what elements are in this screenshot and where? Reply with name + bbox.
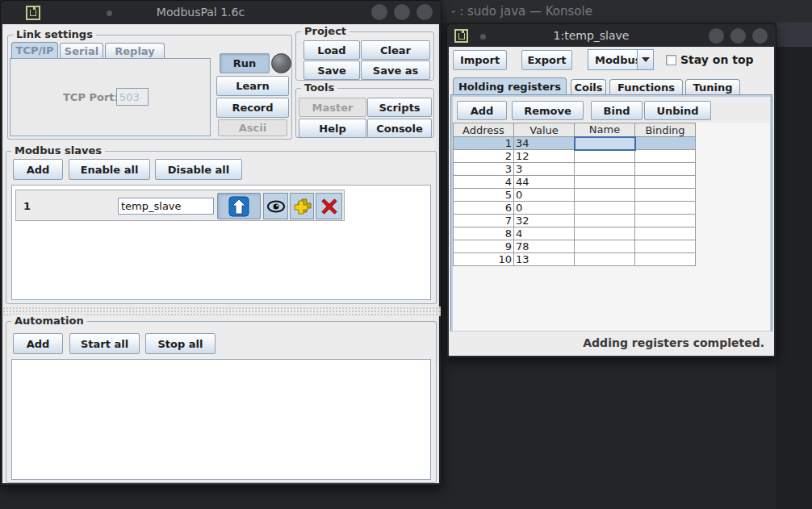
close-button[interactable] — [752, 28, 768, 44]
delete-slave-button[interactable] — [316, 193, 342, 219]
slave-name-input[interactable] — [118, 198, 214, 215]
cell-address[interactable]: 10 — [454, 253, 514, 266]
table-row[interactable]: 444 — [454, 176, 696, 189]
cell-name[interactable] — [575, 176, 635, 189]
stop-all-button[interactable]: Stop all — [145, 333, 216, 354]
minimize-button[interactable] — [371, 4, 387, 20]
cell-address[interactable]: 4 — [454, 176, 514, 189]
load-button[interactable]: Load — [303, 40, 360, 60]
col-name[interactable]: Name — [575, 123, 635, 137]
cell-name[interactable] — [575, 227, 635, 240]
cell-binding[interactable] — [635, 176, 696, 189]
start-all-button[interactable]: Start all — [69, 333, 140, 354]
cell-value[interactable]: 0 — [514, 202, 575, 215]
tab-functions[interactable]: Functions — [609, 79, 683, 94]
tab-holding-registers[interactable]: Holding registers — [453, 77, 567, 94]
col-binding[interactable]: Binding — [635, 123, 696, 137]
duplicate-slave-button[interactable] — [290, 193, 314, 219]
enable-all-button[interactable]: Enable all — [69, 159, 150, 180]
cell-binding[interactable] — [635, 202, 696, 215]
cell-address[interactable]: 9 — [454, 240, 514, 253]
cell-address[interactable]: 2 — [454, 150, 514, 163]
stay-visible-button[interactable] — [263, 193, 288, 219]
bind-button[interactable]: Bind — [591, 101, 642, 120]
save-button[interactable]: Save — [303, 60, 360, 80]
cell-address[interactable]: 8 — [454, 227, 514, 240]
cell-value[interactable]: 4 — [514, 227, 575, 240]
table-row[interactable]: 33 — [454, 163, 696, 176]
slave-add-button[interactable]: Add — [13, 159, 63, 180]
close-button[interactable] — [416, 4, 433, 20]
run-button[interactable]: Run — [220, 53, 270, 73]
register-add-button[interactable]: Add — [457, 101, 507, 120]
cell-binding[interactable] — [635, 189, 696, 202]
maximize-button[interactable] — [394, 4, 410, 20]
cell-value[interactable]: 32 — [514, 215, 575, 227]
cell-value[interactable]: 12 — [514, 150, 575, 163]
modbuspal-titlebar[interactable]: ModbusPal 1.6c — [1, 1, 441, 24]
cell-address[interactable]: 3 — [454, 163, 514, 176]
cell-binding[interactable] — [635, 215, 696, 227]
combobox-arrow-button[interactable] — [637, 49, 654, 70]
tab-coils[interactable]: Coils — [571, 79, 606, 94]
cell-address[interactable]: 6 — [454, 202, 514, 215]
record-button[interactable]: Record — [216, 98, 289, 118]
slave-titlebar[interactable]: 1:temp_slave — [447, 24, 776, 47]
slave-enable-toggle[interactable] — [217, 193, 261, 219]
cell-value[interactable]: 44 — [514, 176, 575, 189]
cell-name[interactable] — [575, 202, 635, 215]
cell-binding[interactable] — [635, 253, 696, 266]
import-button[interactable]: Import — [453, 50, 507, 70]
table-row[interactable]: 60 — [454, 202, 696, 215]
mode-combobox[interactable]: Modbus — [588, 49, 654, 70]
tab-replay[interactable]: Replay — [105, 43, 165, 58]
cell-value[interactable]: 0 — [514, 189, 575, 202]
table-row[interactable]: 134 — [454, 137, 696, 150]
cell-binding[interactable] — [635, 227, 696, 240]
automation-add-button[interactable]: Add — [13, 333, 63, 354]
window-icon[interactable] — [454, 29, 468, 43]
cell-value[interactable]: 78 — [514, 240, 575, 253]
table-row[interactable]: 212 — [454, 150, 696, 163]
learn-button[interactable]: Learn — [216, 76, 289, 96]
cell-address[interactable]: 1 — [454, 137, 514, 150]
maximize-button[interactable] — [730, 28, 746, 44]
cell-value[interactable]: 13 — [514, 253, 575, 266]
scripts-button[interactable]: Scripts — [367, 98, 432, 117]
cell-binding[interactable] — [635, 240, 696, 253]
col-address[interactable]: Address — [454, 123, 514, 137]
cell-name[interactable] — [575, 137, 635, 150]
cell-name[interactable] — [575, 240, 635, 253]
stay-on-top-checkbox[interactable] — [666, 55, 676, 65]
table-row[interactable]: 84 — [454, 227, 696, 240]
help-button[interactable]: Help — [299, 119, 366, 138]
table-row[interactable]: 1013 — [454, 253, 696, 266]
table-row[interactable]: 50 — [454, 189, 696, 202]
console-button[interactable]: Console — [367, 119, 432, 138]
tab-serial[interactable]: Serial — [60, 43, 103, 58]
cell-address[interactable]: 7 — [454, 215, 514, 227]
cell-name[interactable] — [575, 163, 635, 176]
minimize-button[interactable] — [709, 28, 724, 44]
save-as-button[interactable]: Save as — [361, 60, 430, 80]
clear-button[interactable]: Clear — [361, 40, 430, 60]
cell-binding[interactable] — [635, 163, 696, 176]
tab-tuning[interactable]: Tuning — [685, 79, 740, 94]
cell-binding[interactable] — [635, 150, 696, 163]
tcp-port-input[interactable] — [116, 88, 149, 106]
table-row[interactable]: 732 — [454, 215, 696, 227]
disable-all-button[interactable]: Disable all — [155, 159, 242, 180]
unbind-button[interactable]: Unbind — [644, 101, 711, 120]
cell-name[interactable] — [575, 189, 635, 202]
tab-tcpip[interactable]: TCP/IP — [11, 42, 58, 58]
register-remove-button[interactable]: Remove — [512, 101, 584, 120]
cell-name[interactable] — [575, 215, 635, 227]
cell-name[interactable] — [575, 150, 635, 163]
table-row[interactable]: 978 — [454, 240, 696, 253]
cell-address[interactable]: 5 — [454, 189, 514, 202]
window-icon[interactable] — [26, 6, 40, 20]
cell-value[interactable]: 3 — [514, 163, 575, 176]
cell-name[interactable] — [575, 253, 635, 266]
col-value[interactable]: Value — [514, 123, 575, 137]
export-button[interactable]: Export — [521, 50, 572, 70]
